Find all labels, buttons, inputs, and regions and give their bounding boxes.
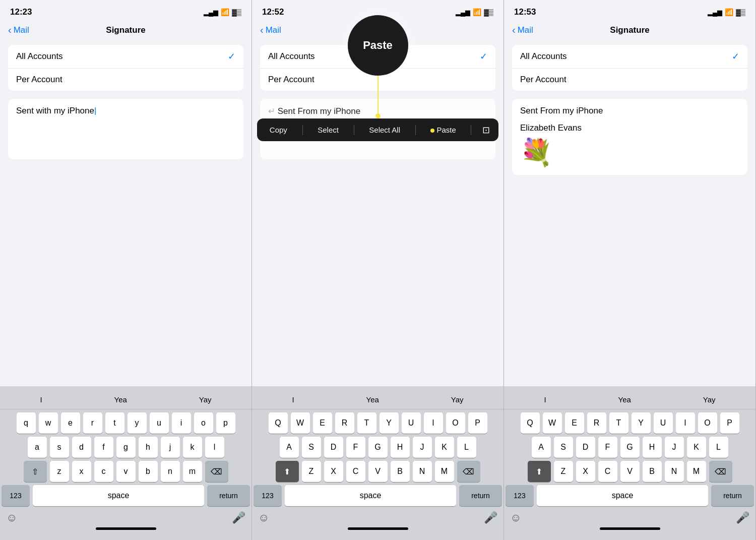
shift-key-2[interactable]: ⬆ xyxy=(276,461,299,482)
key-P-2[interactable]: P xyxy=(468,412,487,434)
context-select[interactable]: Select xyxy=(313,124,343,136)
emoji-icon-1[interactable]: ☺ xyxy=(6,511,17,524)
key-Y-3[interactable]: Y xyxy=(632,412,651,434)
key-i-1[interactable]: i xyxy=(172,412,191,434)
key-r-1[interactable]: r xyxy=(83,412,102,434)
key-E-3[interactable]: E xyxy=(565,412,584,434)
key-V-2[interactable]: V xyxy=(368,461,388,482)
key-I-2[interactable]: I xyxy=(424,412,443,434)
key-O-3[interactable]: O xyxy=(698,412,717,434)
mic-icon-1[interactable]: 🎤 xyxy=(232,511,245,524)
num-key-2[interactable]: 123 xyxy=(254,485,282,506)
key-O-2[interactable]: O xyxy=(446,412,465,434)
context-more-icon[interactable]: ⊡ xyxy=(482,125,490,136)
key-I-3[interactable]: I xyxy=(676,412,695,434)
mic-icon-3[interactable]: 🎤 xyxy=(736,511,749,524)
key-p-1[interactable]: p xyxy=(216,412,235,434)
key-V-3[interactable]: V xyxy=(620,461,640,482)
key-v-1[interactable]: v xyxy=(116,461,136,482)
num-key-3[interactable]: 123 xyxy=(506,485,534,506)
delete-key-2[interactable]: ⌫ xyxy=(457,461,480,482)
key-e-1[interactable]: e xyxy=(61,412,80,434)
key-S-2[interactable]: S xyxy=(302,437,321,458)
key-L-2[interactable]: L xyxy=(457,437,476,458)
key-G-2[interactable]: G xyxy=(368,437,388,458)
key-y-1[interactable]: y xyxy=(128,412,147,434)
key-A-2[interactable]: A xyxy=(280,437,299,458)
key-X-3[interactable]: X xyxy=(576,461,595,482)
space-key-3[interactable]: space xyxy=(537,485,708,506)
key-U-2[interactable]: U xyxy=(402,412,421,434)
key-u-1[interactable]: u xyxy=(150,412,169,434)
suggestion-yay-2[interactable]: Yay xyxy=(445,393,470,406)
key-g-1[interactable]: g xyxy=(116,437,136,458)
emoji-icon-3[interactable]: ☺ xyxy=(510,511,521,524)
key-l-1[interactable]: l xyxy=(205,437,224,458)
key-Y-2[interactable]: Y xyxy=(380,412,399,434)
key-D-2[interactable]: D xyxy=(324,437,343,458)
suggestion-yay-3[interactable]: Yay xyxy=(697,393,722,406)
shift-key-3[interactable]: ⬆ xyxy=(528,461,551,482)
nav-back-3[interactable]: ‹ Mail xyxy=(512,24,533,36)
delete-key-3[interactable]: ⌫ xyxy=(709,461,732,482)
key-q-1[interactable]: q xyxy=(17,412,36,434)
emoji-icon-2[interactable]: ☺ xyxy=(258,511,269,524)
key-R-3[interactable]: R xyxy=(587,412,606,434)
suggestion-i-3[interactable]: I xyxy=(538,393,552,406)
key-E-2[interactable]: E xyxy=(313,412,332,434)
num-key-1[interactable]: 123 xyxy=(2,485,30,506)
key-n-1[interactable]: n xyxy=(161,461,180,482)
key-K-2[interactable]: K xyxy=(435,437,454,458)
key-N-2[interactable]: N xyxy=(413,461,432,482)
return-key-1[interactable]: return xyxy=(207,485,250,506)
context-copy[interactable]: Copy xyxy=(266,124,291,136)
key-m-1[interactable]: m xyxy=(183,461,202,482)
key-Z-2[interactable]: Z xyxy=(302,461,321,482)
key-z-1[interactable]: z xyxy=(50,461,69,482)
key-x-1[interactable]: x xyxy=(72,461,91,482)
suggestion-yea-3[interactable]: Yea xyxy=(612,393,637,406)
key-b-1[interactable]: b xyxy=(139,461,158,482)
key-N-3[interactable]: N xyxy=(665,461,684,482)
key-J-3[interactable]: J xyxy=(665,437,684,458)
suggestion-i-2[interactable]: I xyxy=(286,393,300,406)
key-T-2[interactable]: T xyxy=(357,412,376,434)
key-X-2[interactable]: X xyxy=(324,461,343,482)
key-C-3[interactable]: C xyxy=(598,461,617,482)
context-select-all[interactable]: Select All xyxy=(365,124,404,136)
key-B-2[interactable]: B xyxy=(391,461,410,482)
key-k-1[interactable]: k xyxy=(183,437,202,458)
back-label-1[interactable]: Mail xyxy=(14,25,29,35)
nav-back-2[interactable]: ‹ Mail xyxy=(260,24,281,36)
nav-back-1[interactable]: ‹ Mail xyxy=(8,24,29,36)
key-A-3[interactable]: A xyxy=(532,437,551,458)
key-H-2[interactable]: H xyxy=(391,437,410,458)
signature-area-1[interactable]: Sent with my iPhone xyxy=(8,99,243,159)
key-w-1[interactable]: w xyxy=(39,412,58,434)
suggestion-i-1[interactable]: I xyxy=(34,393,48,406)
key-f-1[interactable]: f xyxy=(94,437,113,458)
key-M-3[interactable]: M xyxy=(687,461,706,482)
return-key-3[interactable]: return xyxy=(711,485,754,506)
mic-icon-2[interactable]: 🎤 xyxy=(484,511,497,524)
key-c-1[interactable]: c xyxy=(94,461,113,482)
key-s-1[interactable]: s xyxy=(50,437,69,458)
key-G-3[interactable]: G xyxy=(620,437,640,458)
key-T-3[interactable]: T xyxy=(609,412,628,434)
key-a-1[interactable]: a xyxy=(28,437,47,458)
key-t-1[interactable]: t xyxy=(105,412,124,434)
key-W-3[interactable]: W xyxy=(543,412,562,434)
key-j-1[interactable]: j xyxy=(161,437,180,458)
back-label-2[interactable]: Mail xyxy=(266,25,281,35)
key-H-3[interactable]: H xyxy=(643,437,662,458)
key-F-3[interactable]: F xyxy=(598,437,617,458)
key-C-2[interactable]: C xyxy=(346,461,365,482)
key-F-2[interactable]: F xyxy=(346,437,365,458)
key-W-2[interactable]: W xyxy=(291,412,310,434)
key-P-3[interactable]: P xyxy=(720,412,739,434)
delete-key-1[interactable]: ⌫ xyxy=(205,461,228,482)
key-Q-3[interactable]: Q xyxy=(521,412,540,434)
shift-key-1[interactable]: ⇧ xyxy=(24,461,47,482)
key-d-1[interactable]: d xyxy=(72,437,91,458)
key-D-3[interactable]: D xyxy=(576,437,595,458)
